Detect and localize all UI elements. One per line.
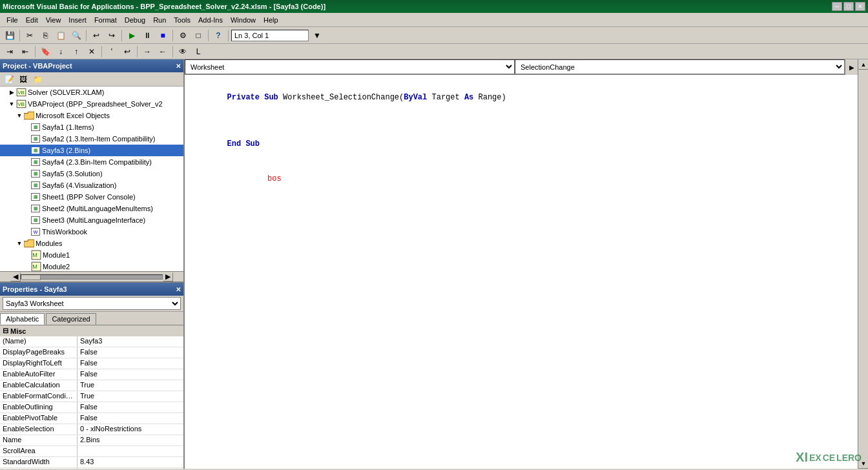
- outdent2-icon[interactable]: ←: [156, 45, 170, 58]
- scroll-right-btn[interactable]: ▶: [163, 272, 173, 281]
- copy-icon[interactable]: ⎘: [38, 29, 52, 42]
- scroll-thumb[interactable]: [21, 275, 41, 280]
- comment-block-icon[interactable]: ': [105, 45, 119, 58]
- prop-label-enableselection: EnableSelection: [0, 424, 78, 434]
- minimize-btn[interactable]: ─: [832, 2, 842, 11]
- tab-categorized[interactable]: Categorized: [46, 313, 96, 325]
- tree-module1[interactable]: M Module1: [0, 249, 183, 261]
- tree-sheet2[interactable]: ▦ Sheet2 (MultiLanguageMenuItems): [0, 203, 183, 214]
- tree-sayfa1[interactable]: ▦ Sayfa1 (1.Items): [0, 121, 183, 133]
- object-select-dropdown[interactable]: Worksheet: [185, 59, 515, 74]
- next-bookmark-icon[interactable]: ↓: [54, 45, 68, 58]
- clear-bookmarks-icon[interactable]: ✕: [85, 45, 99, 58]
- find-icon[interactable]: 🔍: [69, 29, 83, 42]
- menu-item-file[interactable]: File: [3, 15, 22, 25]
- properties-close-btn[interactable]: ✕: [176, 286, 181, 293]
- menu-item-insert[interactable]: Insert: [65, 15, 90, 25]
- menu-item-view[interactable]: View: [42, 15, 65, 25]
- run-btn[interactable]: ▶: [125, 29, 139, 42]
- procedure-select-dropdown[interactable]: SelectionChange: [515, 59, 845, 74]
- toolbar-1: 💾 ✂ ⎘ 📋 🔍 ↩ ↪ ▶ ⏸ ■ ⚙ □ ? Ln 3, Col 1 ▼: [0, 27, 868, 44]
- tree-vbaproject-root[interactable]: ▼ VB VBAProject (BPP_Spreadsheet_Solver_…: [0, 98, 183, 110]
- uncomment-block-icon[interactable]: ↩: [120, 45, 134, 58]
- stop-btn[interactable]: ■: [156, 29, 170, 42]
- indent2-icon[interactable]: →: [140, 45, 154, 58]
- keyword-end: End: [227, 139, 246, 148]
- tree-sheet3[interactable]: ▦ Sheet3 (MultiLanguageInterface): [0, 214, 183, 226]
- tab-alphabetic[interactable]: Alphabetic: [0, 313, 45, 325]
- prop-val-scrollarea: [78, 446, 183, 456]
- menu-item-tools[interactable]: Tools: [170, 15, 194, 25]
- tree-sayfa4[interactable]: ▦ Sayfa4 (2.3.Bin-Item Compatibility): [0, 156, 183, 168]
- code-scroll-right-btn[interactable]: ▶: [845, 59, 858, 75]
- design-mode-icon[interactable]: ⚙: [176, 29, 190, 42]
- locals-icon[interactable]: L: [191, 45, 205, 58]
- expand-icon[interactable]: ▶: [8, 88, 16, 96]
- watch-icon[interactable]: 👁: [176, 45, 190, 58]
- userform-icon[interactable]: □: [191, 29, 205, 42]
- tree-sayfa5[interactable]: ▦ Sayfa5 (3.Solution): [0, 168, 183, 179]
- tree-thisworkbook[interactable]: W ThisWorkbook: [0, 226, 183, 238]
- tree-sayfa3[interactable]: ▦ Sayfa3 (2.Bins): [0, 145, 183, 156]
- paste-icon[interactable]: 📋: [54, 29, 68, 42]
- dropdown-arrow-icon[interactable]: ▼: [310, 29, 324, 42]
- menu-item-format[interactable]: Format: [90, 15, 121, 25]
- tree-module2-label: Module2: [43, 263, 70, 271]
- code-editor[interactable]: Private Sub Worksheet_SelectionChange(By…: [185, 75, 858, 469]
- expand-vba-icon[interactable]: ▼: [8, 100, 16, 108]
- prop-label-displaypagebreaks: DisplayPageBreaks: [0, 347, 78, 358]
- maximize-btn[interactable]: □: [843, 2, 854, 11]
- position-display: Ln 3, Col 1: [231, 30, 309, 41]
- view-object-btn[interactable]: 🖼: [17, 74, 30, 85]
- code-header: Worksheet SelectionChange ▶: [185, 59, 858, 75]
- tree-module2[interactable]: M Module2: [0, 261, 183, 271]
- tree-solver-root[interactable]: ▶ VB Solver (SOLVER.XLAM): [0, 87, 183, 98]
- close-btn[interactable]: ✕: [855, 2, 865, 11]
- toggle-bookmark-icon[interactable]: 🔖: [38, 45, 52, 58]
- title-bar: Microsoft Visual Basic for Applications …: [0, 0, 868, 13]
- object-dropdown[interactable]: Sayfa3 Worksheet: [3, 297, 181, 310]
- prop-row-visible: Visible -1 - xlSheetVisible: [0, 468, 183, 469]
- view-code-btn[interactable]: 📝: [3, 74, 16, 85]
- menu-item-help[interactable]: Help: [260, 15, 282, 25]
- scroll-up-btn[interactable]: ▲: [858, 59, 868, 70]
- menu-item-addins[interactable]: Add-Ins: [194, 15, 227, 25]
- horiz-scrollbar[interactable]: ◀ ▶: [0, 271, 183, 281]
- tree-vbaproject-label: VBAProject (BPP_Spreadsheet_Solver_v2: [28, 100, 163, 108]
- tree-sheet1[interactable]: ▦ Sheet1 (BPP Solver Console): [0, 191, 183, 203]
- tree-sheet2-label: Sheet2 (MultiLanguageMenuItems): [42, 205, 153, 212]
- prop-label-visible: Visible: [0, 468, 78, 469]
- indent-btn[interactable]: ⇥: [3, 45, 17, 58]
- save-icon[interactable]: 💾: [3, 29, 17, 42]
- code-type: Range): [479, 93, 506, 102]
- tree-excel-objects-folder[interactable]: ▼ Microsoft Excel Objects: [0, 110, 183, 121]
- cut-icon[interactable]: ✂: [23, 29, 37, 42]
- menu-item-window[interactable]: Window: [227, 15, 260, 25]
- tree-sayfa6[interactable]: ▦ Sayfa6 (4.Visualization): [0, 179, 183, 191]
- tree-sayfa2[interactable]: ▦ Sayfa2 (1.3.Item-Item Compatibility): [0, 133, 183, 145]
- keyword-as: As: [464, 93, 479, 102]
- prev-bookmark-icon[interactable]: ↑: [69, 45, 83, 58]
- expand-modules-icon[interactable]: ▼: [16, 240, 23, 247]
- sep3: [121, 30, 122, 41]
- tree-modules-folder[interactable]: ▼ Modules: [0, 238, 183, 249]
- toggle-folders-btn[interactable]: 📁: [31, 74, 44, 85]
- code-param: Target: [431, 93, 464, 102]
- undo-icon[interactable]: ↩: [89, 29, 103, 42]
- menu-item-edit[interactable]: Edit: [22, 15, 42, 25]
- expand-excel-icon[interactable]: ▼: [16, 112, 23, 119]
- help-icon[interactable]: ?: [211, 29, 225, 42]
- redo-icon[interactable]: ↪: [105, 29, 119, 42]
- bos-text-container: bos: [267, 174, 852, 183]
- right-scrollbar[interactable]: ▲ ▼: [858, 59, 868, 469]
- outdent-btn[interactable]: ⇤: [18, 45, 32, 58]
- menu-item-run[interactable]: Run: [149, 15, 170, 25]
- project-close-btn[interactable]: ✕: [176, 63, 181, 70]
- scroll-thumb-vert[interactable]: [858, 70, 868, 458]
- pause-btn[interactable]: ⏸: [140, 29, 154, 42]
- menu-item-debug[interactable]: Debug: [121, 15, 149, 25]
- sep1: [19, 30, 20, 41]
- prop-row-enablecalculation: EnableCalculation True: [0, 380, 183, 391]
- sep7: [35, 46, 36, 57]
- scroll-left-btn[interactable]: ◀: [10, 272, 21, 281]
